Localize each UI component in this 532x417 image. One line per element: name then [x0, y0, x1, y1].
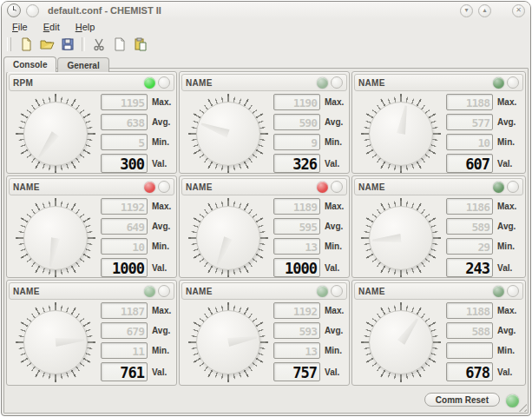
avg-label: Avg. [152, 117, 170, 127]
gauge-panel-body: 1186 Max. 589 Avg. 29 Min. 243 Val. [354, 196, 523, 275]
toolbar-grip[interactable] [7, 37, 11, 51]
gauge-panel: RPM 1195 Max. 638 Avg. [6, 71, 177, 174]
window-menu-button[interactable] [26, 4, 39, 17]
gauge-panel-header: NAME [354, 178, 523, 195]
led-toggle-button[interactable] [158, 285, 170, 297]
tab-general[interactable]: General [57, 57, 108, 72]
menu-edit[interactable]: Edit [36, 21, 67, 33]
min-label: Min. [325, 137, 342, 147]
min-label: Min. [497, 346, 515, 355]
avg-display: 679 [101, 322, 148, 339]
led-toggle-button[interactable] [158, 181, 170, 193]
lcd-column: 1186 Max. 589 Avg. 29 Min. 243 Val. [446, 198, 522, 275]
toolbar-separator [82, 37, 85, 51]
gauge-panel: NAME 1192 Max. 649 Avg. [6, 175, 177, 278]
avg-display: 590 [273, 114, 320, 130]
status-led-icon [144, 286, 155, 297]
avg-label: Avg. [325, 222, 343, 231]
maximize-icon[interactable]: ▴ [478, 4, 491, 17]
max-display: 1189 [273, 198, 320, 215]
gauge-face [196, 102, 260, 166]
min-label: Min. [325, 346, 342, 355]
val-display: 243 [446, 258, 493, 277]
val-display: 761 [101, 362, 148, 381]
gauge-panel: NAME 1189 Max. 595 Avg. [179, 175, 350, 278]
gauge-panel-body: 1188 Max. 577 Avg. 10 Min. 607 Val. [354, 92, 523, 171]
led-toggle-button[interactable] [507, 285, 519, 297]
gauge-title: NAME [13, 182, 40, 192]
menu-help[interactable]: Help [69, 21, 102, 33]
menu-file[interactable]: File [5, 21, 35, 33]
gauge-title: NAME [358, 78, 385, 88]
val-label: Val. [152, 263, 167, 273]
copy-icon[interactable] [111, 36, 128, 53]
min-display: 11 [101, 342, 148, 359]
led-toggle-button[interactable] [331, 285, 343, 297]
app-window: default.conf - CHEMIST II ▾ ▴ ✕ File Edi… [1, 1, 531, 416]
min-display: 13 [273, 342, 320, 359]
val-label: Val. [497, 367, 512, 377]
lcd-column: 1188 Max. 588 Avg. Min. 678 Val. [446, 302, 522, 383]
gauge-panel-header: NAME [181, 178, 347, 195]
status-led-icon [493, 286, 504, 297]
max-label: Max. [497, 97, 516, 107]
toolbar [2, 34, 530, 55]
gauge-face [23, 206, 88, 270]
new-file-icon[interactable] [17, 36, 35, 53]
comm-reset-button[interactable]: Comm Reset [424, 393, 500, 407]
min-display [446, 342, 493, 359]
analog-gauge [188, 198, 268, 278]
avg-label: Avg. [325, 326, 343, 335]
led-toggle-button[interactable] [331, 181, 343, 193]
val-label: Val. [497, 263, 512, 273]
min-display: 13 [273, 238, 320, 255]
cut-icon[interactable] [90, 36, 108, 53]
val-display: 300 [101, 154, 148, 173]
val-display: 607 [446, 154, 493, 173]
max-label: Max. [497, 306, 516, 315]
save-icon[interactable] [59, 36, 76, 53]
val-display: 326 [273, 154, 320, 173]
gauge-title: NAME [13, 287, 40, 296]
avg-display: 638 [101, 114, 148, 130]
comm-status-led [506, 394, 519, 407]
avg-label: Avg. [497, 117, 516, 127]
max-display: 1190 [273, 94, 320, 110]
gauge-title: NAME [186, 287, 213, 296]
val-label: Val. [152, 159, 167, 169]
gauge-title: NAME [186, 182, 213, 192]
max-label: Max. [152, 97, 171, 107]
max-display: 1192 [273, 302, 320, 319]
max-label: Max. [325, 306, 344, 315]
avg-label: Avg. [497, 326, 516, 335]
gauge-panel-header: NAME [9, 282, 174, 300]
max-label: Max. [152, 202, 171, 211]
led-toggle-button[interactable] [158, 76, 170, 89]
min-label: Min. [152, 346, 169, 355]
gauge-panel-body: 1189 Max. 595 Avg. 13 Min. 1000 Val. [181, 196, 347, 275]
analog-gauge [16, 94, 95, 174]
led-toggle-button[interactable] [507, 76, 519, 89]
minimize-icon[interactable]: ▾ [460, 4, 473, 17]
gauge-face [369, 206, 433, 270]
gauge-title: NAME [358, 287, 385, 296]
max-label: Max. [497, 202, 516, 211]
title-bar[interactable]: default.conf - CHEMIST II ▾ ▴ ✕ [2, 2, 530, 19]
gauge-panel-body: 1188 Max. 588 Avg. Min. 678 Val. [354, 301, 523, 383]
led-toggle-button[interactable] [331, 76, 343, 89]
val-label: Val. [152, 367, 167, 377]
led-toggle-button[interactable] [507, 181, 519, 193]
close-icon[interactable]: ✕ [512, 4, 525, 17]
min-display: 10 [446, 134, 493, 150]
console-tab-content: RPM 1195 Max. 638 Avg. [3, 68, 529, 414]
val-display: 1000 [101, 258, 148, 277]
analog-gauge [188, 302, 268, 382]
tab-console[interactable]: Console [3, 56, 56, 72]
gauge-panel-header: NAME [181, 282, 347, 300]
analog-gauge [16, 302, 95, 382]
status-led-icon [144, 182, 155, 193]
paste-icon[interactable] [132, 36, 149, 53]
status-led-icon [317, 77, 328, 89]
open-folder-icon[interactable] [38, 36, 56, 53]
analog-gauge [16, 198, 95, 278]
